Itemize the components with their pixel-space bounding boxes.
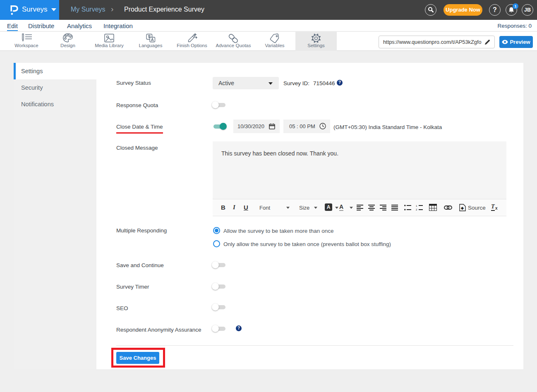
svg-text:2: 2 (416, 208, 417, 210)
svg-text:◈: ◈ (460, 206, 464, 210)
svg-text:1: 1 (416, 205, 417, 207)
